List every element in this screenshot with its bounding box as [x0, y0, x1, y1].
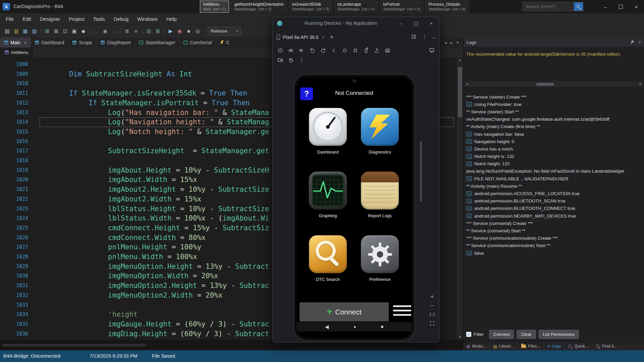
doc-tab-diagreport[interactable]: DiagReport: [97, 38, 135, 48]
log-entry[interactable]: →android.permission.ACCESS_FINE_LOCATION…: [466, 190, 644, 197]
close-tab-icon[interactable]: ×: [322, 35, 325, 40]
menu-help[interactable]: Help: [162, 13, 181, 24]
device-reset-icon[interactable]: [286, 56, 296, 64]
device-volume-up-icon[interactable]: [286, 46, 296, 55]
scrollbar-thumb[interactable]: [536, 83, 554, 86]
filter-checkbox[interactable]: ✓: [466, 332, 471, 337]
add-device-tab-button[interactable]: +: [330, 34, 333, 41]
running-devices-titlebar[interactable]: Running Devices - My Application –×: [273, 17, 439, 30]
toolbar-cut-icon[interactable]: ⊠: [52, 26, 61, 36]
gauge-app-icon[interactable]: [309, 108, 347, 146]
log-entry[interactable]: →android.permission.BLUETOOTH_SCAN true: [466, 197, 644, 205]
dock-tab-find[interactable]: Find A...: [592, 342, 621, 350]
dock-tab-library[interactable]: ▤Librari...: [490, 342, 518, 350]
toolbar-bookmark-icon[interactable]: ◆: [79, 26, 88, 36]
build-configuration-dropdown[interactable]: Release ▾: [208, 27, 241, 36]
device-record-icon[interactable]: [275, 56, 285, 64]
toolbar-navigate-dot-icon[interactable]: ◉: [101, 26, 110, 36]
menu-designer[interactable]: Designer: [36, 13, 64, 24]
maximize-button[interactable]: [613, 0, 629, 13]
minimize-button[interactable]: –: [598, 0, 613, 13]
log-entry[interactable]: *** Service (comserial) Create ***: [466, 220, 644, 227]
toolbar-designer-icon[interactable]: ⊞: [43, 26, 52, 36]
device-snapshot-icon[interactable]: [361, 46, 371, 55]
log-entry[interactable]: ** Activity (main) Create (first time) *…: [466, 123, 644, 130]
logs-horizontal-scrollbar[interactable]: ◄ ►: [464, 81, 643, 87]
log-entry[interactable]: java.lang.NoSuchFieldException: No field…: [466, 168, 644, 175]
toolbar-debug-icon[interactable]: ◉: [175, 26, 184, 36]
close-button[interactable]: ×: [629, 0, 644, 13]
device-display-icon[interactable]: [427, 46, 436, 55]
notes-app-icon[interactable]: [361, 172, 399, 209]
app-item-graphing[interactable]: Graphing: [309, 172, 347, 219]
log-entry[interactable]: ** Activity (main) Resume **: [466, 182, 644, 190]
search-app-icon[interactable]: [309, 235, 347, 273]
scrollbar-thumb[interactable]: [458, 67, 462, 117]
log-entry[interactable]: →false: [466, 249, 644, 257]
scrollbar-thumb[interactable]: [2, 344, 146, 347]
device-camera-icon[interactable]: [383, 46, 392, 55]
nav-back-button[interactable]: ◀: [325, 324, 329, 329]
zoom-out-button[interactable]: −: [430, 303, 434, 308]
menu-edit[interactable]: Edit: [18, 13, 36, 24]
log-entry[interactable]: ** Service (communicationroutine) Start …: [466, 242, 644, 249]
log-expand-icon[interactable]: →: [466, 199, 472, 203]
toolbar-navigate-forward-icon[interactable]: →: [110, 26, 119, 36]
toolbar-save-all-icon[interactable]: ▧: [30, 26, 39, 36]
more-options-icon[interactable]: [422, 34, 427, 41]
log-entry[interactable]: *** Service (starter) Create ***: [466, 93, 644, 101]
scroll-up-icon[interactable]: ▲: [457, 58, 463, 62]
dock-tab-files[interactable]: Files...: [518, 342, 544, 350]
toolbar-collapse-all-icon[interactable]: ⊟: [144, 26, 153, 36]
search-button[interactable]: [574, 2, 583, 11]
log-entry[interactable]: ** Service (comserial) Start **: [466, 227, 644, 234]
device-install-icon[interactable]: [372, 46, 381, 55]
log-expand-icon[interactable]: →: [466, 139, 472, 144]
sub-tab-initmenu[interactable]: InitMenu: [0, 48, 34, 57]
connect-button[interactable]: Connect: [489, 330, 514, 339]
connect-button[interactable]: + Connect: [300, 302, 389, 321]
menu-file[interactable]: File: [1, 13, 18, 24]
module-tab-getnotchheightorientation[interactable]: getNotchHeightOrientationStateManager (c…: [231, 1, 287, 13]
toolbar-open-project-icon[interactable]: ▥: [12, 26, 21, 36]
scope-app-icon[interactable]: [309, 172, 347, 209]
scroll-down-icon[interactable]: ▼: [457, 335, 463, 339]
device-back-icon[interactable]: [329, 46, 338, 55]
fit-to-screen-button[interactable]: [429, 320, 435, 327]
pin-panel-icon[interactable]: [629, 39, 635, 45]
toolbar-run-icon[interactable]: ▶: [166, 26, 175, 36]
dock-tab-quick[interactable]: Quick...: [565, 342, 592, 350]
log-entry[interactable]: →Navigation height: 0: [466, 138, 644, 145]
close-panel-icon[interactable]: ×: [638, 40, 641, 45]
nav-recents-button[interactable]: ■: [381, 324, 383, 329]
module-tab-initmenu[interactable]: InitMenuMain (ctrl + 1): [200, 1, 229, 13]
toolbar-outdent-icon[interactable]: ≡: [131, 26, 141, 36]
doc-tab-scope[interactable]: Scope: [68, 38, 97, 48]
toolbar-save-icon[interactable]: ▦: [21, 26, 30, 36]
device-screen[interactable]: ? Not Connected DashboardDiagnosticsGrap…: [297, 77, 412, 338]
log-expand-icon[interactable]: →: [466, 251, 472, 255]
minimize-button[interactable]: –: [393, 17, 408, 30]
doc-tab-statemanager[interactable]: StateManager: [135, 38, 179, 48]
log-expand-icon[interactable]: →: [466, 132, 472, 136]
close-tab-icon[interactable]: ×: [24, 40, 26, 45]
list-permissions-button[interactable]: List Permissions: [539, 330, 579, 339]
log-expand-icon[interactable]: →: [466, 191, 472, 196]
module-tab-process_globals[interactable]: Process_GlobalsStateManager (ctrl + 6): [425, 1, 469, 13]
device-overview-icon[interactable]: [351, 46, 360, 55]
module-tab-islandscape[interactable]: isLandscapeStateManager (ctrl + 4): [334, 1, 378, 13]
menu-hamburger-button[interactable]: [393, 305, 411, 318]
menu-project[interactable]: Project: [64, 13, 89, 24]
doc-tab-dashboard[interactable]: Dashboard: [31, 38, 69, 48]
log-entry[interactable]: →Notch height: 132: [466, 160, 644, 168]
menu-debug[interactable]: Debug: [109, 13, 133, 24]
menu-tools[interactable]: Tools: [89, 13, 109, 24]
toolbar-new-file-icon[interactable]: ▤: [3, 26, 12, 36]
app-item-diagnostics[interactable]: Diagnostics: [361, 108, 399, 155]
log-entry[interactable]: onAuthStateChanged: com.google.firebase.…: [466, 116, 644, 123]
clear-button[interactable]: Clear: [517, 330, 536, 339]
doc-tab-comserial[interactable]: ComSerial: [179, 38, 216, 48]
log-expand-icon[interactable]: →: [466, 146, 472, 151]
doc-tab-c[interactable]: C: [216, 38, 234, 48]
toolbar-clean-icon[interactable]: ◎: [193, 26, 202, 36]
